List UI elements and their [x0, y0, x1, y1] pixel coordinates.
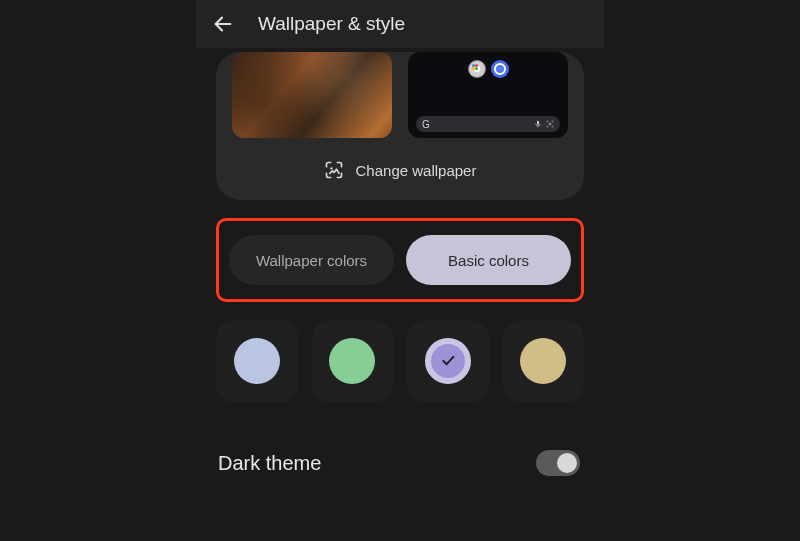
- tab-basic-colors[interactable]: Basic colors: [406, 235, 571, 285]
- page-title: Wallpaper & style: [258, 13, 405, 35]
- tab-label: Wallpaper colors: [256, 252, 367, 269]
- lockscreen-preview[interactable]: [232, 52, 392, 138]
- mic-icon: [534, 120, 542, 128]
- search-bar-preview: G: [416, 116, 560, 132]
- wallpaper-preview-card: G Change wallpaper: [216, 52, 584, 200]
- app-header: Wallpaper & style: [196, 0, 604, 48]
- color-source-tabs-highlight: Wallpaper colors Basic colors: [216, 218, 584, 302]
- dark-theme-toggle[interactable]: [536, 450, 580, 476]
- swatch-circle: [520, 338, 566, 384]
- swatch-lavender-blue[interactable]: [216, 320, 298, 402]
- home-app-icons: [416, 60, 560, 78]
- swatch-periwinkle[interactable]: [407, 320, 489, 402]
- svg-point-3: [330, 167, 332, 169]
- color-swatch-row: [216, 320, 584, 402]
- dark-theme-label: Dark theme: [218, 452, 321, 475]
- tab-label: Basic colors: [448, 252, 529, 269]
- swatch-mint-green[interactable]: [312, 320, 394, 402]
- google-app-icon: [468, 60, 486, 78]
- wallpaper-icon: [324, 160, 344, 180]
- toggle-knob: [557, 453, 577, 473]
- wallpaper-style-screen: Wallpaper & style G: [196, 0, 604, 541]
- change-wallpaper-label: Change wallpaper: [356, 162, 477, 179]
- swatch-circle-selected: [425, 338, 471, 384]
- swatch-circle: [329, 338, 375, 384]
- change-wallpaper-button[interactable]: Change wallpaper: [216, 160, 584, 180]
- settings-app-icon: [491, 60, 509, 78]
- svg-point-2: [549, 123, 551, 125]
- homescreen-preview[interactable]: G: [408, 52, 568, 138]
- lens-icon: [546, 120, 554, 128]
- google-g-icon: G: [422, 119, 430, 130]
- arrow-left-icon: [212, 13, 234, 35]
- swatch-sand-beige[interactable]: [503, 320, 585, 402]
- back-button[interactable]: [212, 13, 234, 35]
- check-icon: [440, 352, 456, 368]
- dark-theme-row: Dark theme: [216, 450, 584, 476]
- swatch-circle: [234, 338, 280, 384]
- tab-wallpaper-colors[interactable]: Wallpaper colors: [229, 235, 394, 285]
